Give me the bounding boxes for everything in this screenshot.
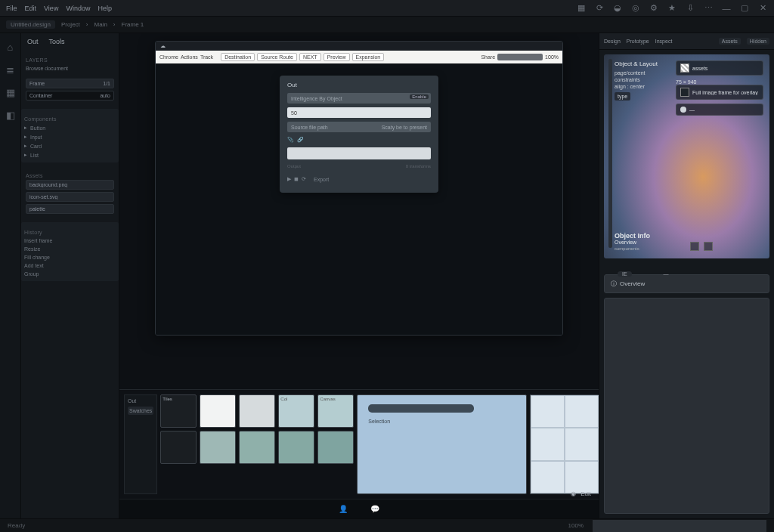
max-icon[interactable]: ▢	[739, 3, 750, 14]
sidebar-tab-out[interactable]: Out	[27, 38, 39, 45]
swatch-tile[interactable]	[317, 431, 354, 464]
statusbar: Ready 100%	[0, 518, 774, 532]
swatch-tile[interactable]	[200, 431, 236, 464]
menu-help[interactable]: Help	[98, 5, 112, 12]
breadcrumb: Frame 1	[122, 21, 144, 28]
type-pill[interactable]: type	[615, 92, 630, 101]
swatch-tile[interactable]	[160, 431, 197, 464]
swatch-button[interactable]	[704, 242, 713, 251]
reload-icon[interactable]: ⟳	[302, 176, 306, 182]
swatch-tile[interactable]: Col	[278, 394, 314, 428]
dot-icon	[680, 107, 686, 113]
component-item[interactable]: ▸Button	[24, 123, 116, 132]
history-item[interactable]: Fill change	[24, 253, 116, 261]
tool-button[interactable]: NEXT	[299, 53, 321, 61]
history-item[interactable]: Resize	[24, 245, 116, 253]
refresh-icon[interactable]: ⟳	[594, 3, 605, 14]
star-icon[interactable]: ★	[667, 3, 677, 14]
history-item[interactable]: Insert frame	[24, 237, 116, 245]
history-item[interactable]: Group	[24, 270, 116, 278]
swatch-button[interactable]	[690, 242, 699, 251]
canvas-viewport[interactable]: ☁ Chrome Actions Track Destination Sourc…	[119, 33, 599, 389]
inspector-chip[interactable]: Assets	[719, 38, 741, 45]
status-zoom[interactable]: 100%	[568, 522, 584, 529]
checker-swatch-icon	[680, 63, 689, 73]
menu-edit[interactable]: Edit	[25, 5, 37, 12]
min-icon[interactable]: —	[721, 3, 732, 14]
frame-chip[interactable]: Full image frame for overlay	[676, 85, 763, 100]
more-icon[interactable]: ⋯	[703, 3, 714, 14]
chat-icon[interactable]: 💬	[370, 505, 379, 513]
chrome-item[interactable]: Track	[200, 54, 213, 60]
numeric-input[interactable]: 50	[287, 107, 431, 118]
swatch-tile[interactable]	[200, 394, 236, 428]
activity-rail: ⌂ ≣ ▦ ◧	[0, 33, 21, 518]
layer-chip[interactable]: Frame1/1	[26, 79, 114, 88]
notes-textarea[interactable]	[604, 298, 769, 514]
component-item[interactable]: ▸Input	[24, 132, 116, 141]
component-item[interactable]: ▸List	[24, 150, 116, 159]
swatch-tile[interactable]	[239, 394, 275, 428]
swatch-tile[interactable]: Canvas	[317, 394, 354, 428]
component-item[interactable]: ▸Card	[24, 141, 116, 150]
color-swatch-icon	[680, 88, 689, 97]
swatch-tile[interactable]: Tiles	[160, 394, 197, 428]
tool-button[interactable]: Source Route	[257, 53, 297, 61]
tab-inspect[interactable]: Inspect	[655, 39, 673, 44]
close-icon[interactable]: ✕	[757, 3, 768, 14]
tool-button[interactable]: Expansion	[352, 53, 385, 61]
export-label: Export	[314, 177, 329, 182]
tool-button[interactable]: Destination	[221, 53, 255, 61]
project-name[interactable]: Untitled.design	[6, 20, 55, 29]
swatch-tile[interactable]	[239, 431, 275, 464]
menu-view[interactable]: View	[44, 5, 58, 12]
chrome-item[interactable]: Chrome	[159, 54, 178, 60]
ie-pill[interactable]: IE	[618, 271, 632, 277]
opacity-chip[interactable]: —	[676, 104, 763, 116]
asset-row[interactable]: palette	[26, 204, 114, 214]
share-label[interactable]: Share	[481, 54, 495, 60]
history-item[interactable]: Add text	[24, 261, 116, 270]
chrome-item[interactable]: Actions	[181, 54, 198, 60]
profile-icon[interactable]: 👤	[339, 505, 348, 513]
layer-chip[interactable]: Containerauto	[26, 91, 114, 101]
play-icon[interactable]: ▶	[287, 176, 291, 182]
home-icon[interactable]: ⌂	[5, 41, 17, 53]
link-icon[interactable]: 🔗	[297, 137, 304, 143]
enable-badge[interactable]: Enable	[410, 94, 429, 99]
field-intelligence[interactable]: Intelligence By Object Enable	[287, 93, 431, 104]
output-input[interactable]	[287, 147, 431, 159]
asset-filter-chip[interactable]: Swatches	[128, 407, 153, 415]
plugins-icon[interactable]: ◧	[5, 109, 17, 121]
settings-icon[interactable]: ⚙	[649, 3, 659, 14]
stop-icon[interactable]: ◼	[294, 176, 299, 182]
artboard-window[interactable]: ☁ Chrome Actions Track Destination Sourc…	[155, 41, 563, 336]
assets-icon[interactable]: ▦	[5, 86, 17, 98]
globe-icon[interactable]: ◉	[571, 490, 576, 497]
user-icon[interactable]: ◒	[612, 3, 623, 14]
assets-chip[interactable]: assets	[676, 60, 763, 76]
download-icon[interactable]: ⇩	[685, 3, 695, 14]
tab-prototype[interactable]: Prototype	[627, 39, 649, 44]
zoom-display[interactable]: 100%	[545, 54, 559, 60]
inspector-chip[interactable]: Hidden	[747, 38, 769, 45]
field-source[interactable]: Source file path Scaty be to present	[287, 122, 431, 132]
preview-panel[interactable]: Selection	[357, 394, 527, 494]
output-placeholder: Output	[287, 164, 301, 169]
layers-icon[interactable]: ≣	[5, 63, 17, 76]
sidebar-tab-tools[interactable]: Tools	[49, 38, 65, 45]
globe-icon[interactable]: ◎	[630, 3, 641, 14]
tab-design[interactable]: Design	[604, 39, 621, 44]
menu-file[interactable]: File	[6, 5, 17, 12]
menu-window[interactable]: Window	[66, 5, 90, 12]
swatch-tile[interactable]	[278, 431, 314, 464]
asset-edit-button[interactable]: Edit	[580, 490, 591, 497]
url-field[interactable]	[497, 54, 543, 60]
preview-searchbar[interactable]	[368, 404, 474, 413]
attach-icon[interactable]: 📎	[287, 137, 294, 143]
inspector-tabs: Design Prototype Inspect Assets Hidden	[599, 33, 774, 50]
asset-row[interactable]: background.png	[26, 180, 114, 190]
tool-button[interactable]: Preview	[324, 53, 350, 61]
asset-row[interactable]: icon-set.svg	[26, 192, 114, 202]
grid-icon[interactable]: ▦	[576, 3, 587, 14]
